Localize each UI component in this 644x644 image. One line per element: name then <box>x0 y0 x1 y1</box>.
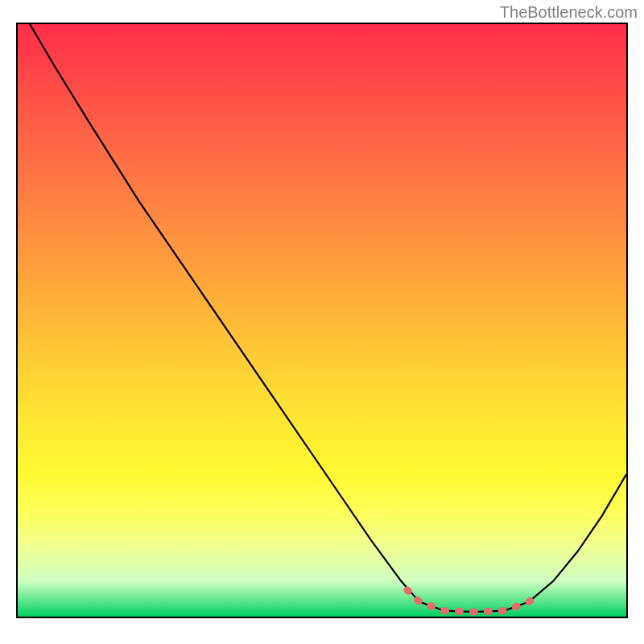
highlight-segment <box>407 590 539 612</box>
watermark-text: TheBottleneck.com <box>500 3 638 22</box>
bottleneck-curve <box>30 24 626 612</box>
chart-plot-area <box>16 23 628 618</box>
chart-svg-canvas <box>18 24 626 617</box>
